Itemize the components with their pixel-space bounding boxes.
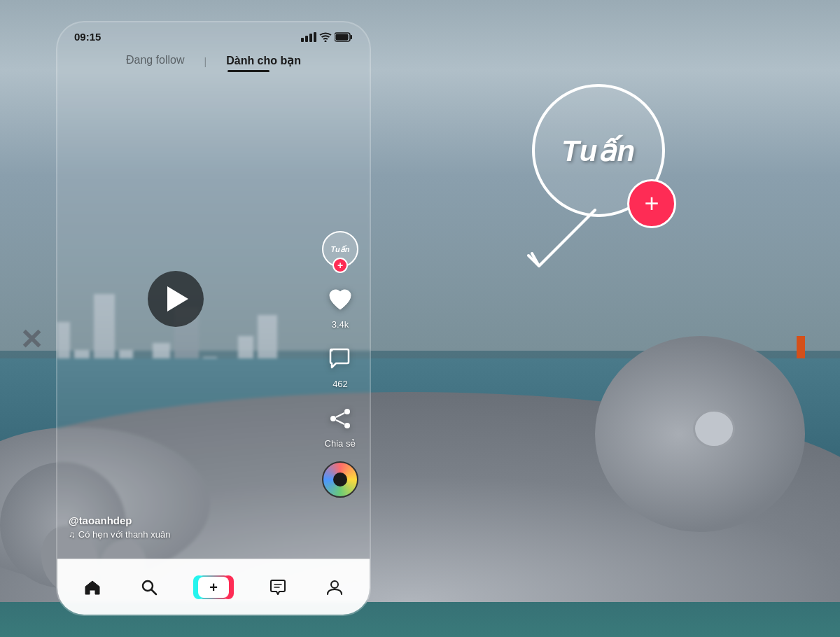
signal-bar-3 — [309, 34, 312, 42]
arrow-annotation — [483, 203, 623, 287]
arrow-svg — [483, 203, 623, 287]
home-icon — [83, 578, 102, 596]
phone-frame: 09:15 Đang follow | Dành ch — [56, 21, 371, 616]
search-icon — [140, 578, 158, 596]
music-disc[interactable] — [322, 461, 358, 498]
play-button[interactable] — [148, 271, 204, 327]
svg-rect-2 — [336, 34, 349, 40]
comment-action[interactable]: 462 — [323, 342, 357, 389]
video-area[interactable]: Tuấn + 3.4k 462 — [57, 78, 370, 554]
profile-icon — [326, 578, 344, 596]
status-icons — [301, 32, 353, 42]
wifi-icon — [319, 32, 332, 42]
nav-search[interactable] — [132, 573, 167, 602]
status-bar: 09:15 — [57, 22, 370, 48]
tab-following[interactable]: Đang follow — [123, 52, 188, 71]
tuan-name-text: Tuấn — [561, 134, 636, 168]
svg-point-6 — [344, 423, 350, 428]
share-label: Chia sẻ — [325, 438, 356, 449]
music-note-icon: ♫ — [69, 529, 76, 540]
svg-point-4 — [344, 409, 350, 414]
nav-tabs: Đang follow | Dành cho bạn — [57, 48, 370, 78]
music-disc-inner — [333, 472, 347, 486]
signal-bar-4 — [314, 32, 316, 42]
kaws-x-mark: ✕ — [14, 322, 49, 357]
svg-line-7 — [336, 413, 344, 417]
svg-line-10 — [151, 589, 156, 594]
avatar-text: Tuấn — [331, 245, 350, 254]
create-btn-inner: + — [198, 577, 229, 598]
svg-point-13 — [331, 581, 338, 588]
follow-plus-button[interactable]: + — [627, 179, 676, 228]
svg-rect-3 — [351, 35, 353, 39]
share-icon — [323, 402, 357, 435]
video-username: @taoanhdep — [69, 514, 170, 526]
nav-profile[interactable] — [317, 573, 352, 602]
bottom-nav: + — [57, 559, 370, 615]
tuan-circle: Tuấn + — [532, 84, 665, 217]
share-action[interactable]: Chia sẻ — [323, 402, 357, 449]
status-time: 09:15 — [74, 31, 101, 43]
inbox-icon — [269, 578, 287, 596]
plus-red-icon: + — [644, 191, 659, 216]
signal-bar-1 — [301, 38, 304, 42]
svg-point-5 — [330, 416, 336, 421]
video-info: @taoanhdep ♫ Có hẹn với thanh xuân — [69, 514, 170, 540]
nav-create[interactable]: + — [188, 570, 239, 605]
play-triangle-icon — [167, 286, 188, 312]
svg-point-0 — [325, 40, 327, 42]
nav-inbox[interactable] — [260, 573, 295, 602]
tab-foryou[interactable]: Dành cho bạn — [223, 52, 304, 71]
svg-line-8 — [336, 420, 344, 424]
create-plus-icon: + — [209, 580, 218, 594]
signal-bar-2 — [305, 36, 308, 42]
tab-underline — [227, 70, 270, 72]
avatar-follow-button[interactable]: + — [332, 258, 348, 273]
video-music: ♫ Có hẹn với thanh xuân — [69, 529, 170, 540]
music-title: Có hẹn với thanh xuân — [78, 529, 171, 540]
battery-icon — [335, 32, 353, 42]
nav-home[interactable] — [75, 573, 110, 602]
comment-count: 462 — [332, 379, 348, 389]
create-button[interactable]: + — [196, 575, 231, 599]
like-count: 3.4k — [332, 319, 349, 330]
signal-bars — [301, 32, 316, 42]
comment-icon — [323, 342, 357, 376]
like-action[interactable]: 3.4k — [323, 283, 357, 330]
kaws-chest-circle — [693, 410, 735, 448]
tab-divider: | — [204, 52, 207, 71]
avatar-container[interactable]: Tuấn + — [322, 231, 358, 267]
heart-icon — [323, 283, 357, 316]
sidebar-actions: Tuấn + 3.4k 462 — [322, 231, 358, 498]
